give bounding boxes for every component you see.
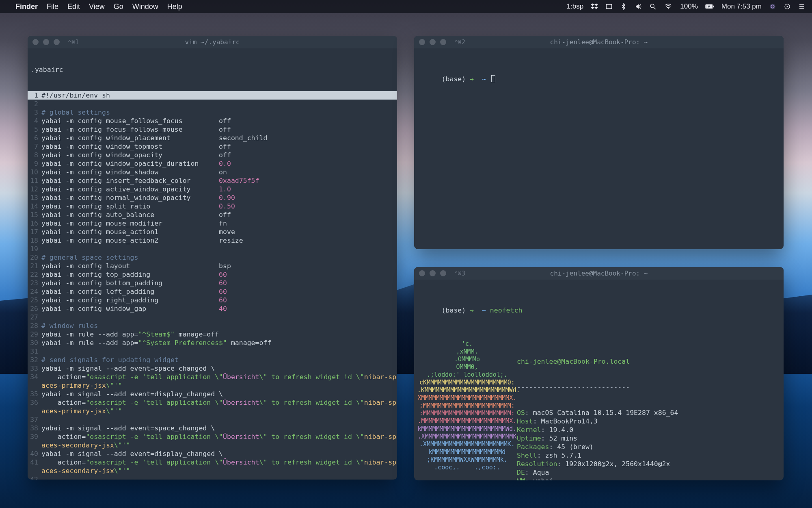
vim-line: 11yabai -m config insert_feedback_color … [28,176,397,185]
app-indicator-icon[interactable] [784,3,791,10]
vim-line: 41 action="osascript -e 'tell applicatio… [28,458,397,475]
vim-line: 12yabai -m config active_window_opacity … [28,185,397,193]
vim-line: 7yabai -m config window_topmost off [28,142,397,151]
command-text: neofetch [490,306,522,314]
zoom-button[interactable] [440,270,446,276]
vim-line: 28# window rules [28,321,397,330]
neofetch-logo: 'c.,xNMM..OMMMMoOMMM0,.;loddo:' loollodd… [417,340,517,480]
menu-edit[interactable]: Edit [67,2,80,11]
dropbox-icon[interactable] [591,3,598,10]
menubar-datetime[interactable]: Mon 7:53 pm [721,2,762,11]
menubar: Finder File Edit View Go Window Help 1:b… [0,0,812,13]
neofetch-row: DE: Aqua [517,468,780,477]
window-title: chi-jenlee@MacBook-Pro: ~ [550,269,648,277]
terminal-window-shell[interactable]: ⌃⌘2 chi-jenlee@MacBook-Pro: ~ (base) → ~ [414,36,784,249]
vim-line: 5yabai -m config focus_follows_mouse off [28,125,397,134]
vim-line: 35yabai -m signal --add event=display_ch… [28,390,397,398]
vim-line: 29yabai -m rule --add app="^Steam$" mana… [28,330,397,339]
vim-line: 30yabai -m rule --add app="^System Prefe… [28,339,397,347]
vim-line: 8yabai -m config window_opacity off [28,151,397,159]
wifi-icon[interactable] [664,3,673,10]
vim-line: 33yabai -m signal --add event=space_chan… [28,364,397,373]
vim-buffer-name: .yabairc [28,65,397,74]
titlebar[interactable]: ⌃⌘1 vim ~/.yabairc [28,36,397,48]
menubar-app-name[interactable]: Finder [15,2,38,11]
vim-line: 23yabai -m config bottom_padding 60 [28,279,397,287]
close-button[interactable] [419,270,425,276]
svg-line-2 [654,7,656,9]
close-button[interactable] [32,39,39,45]
vim-line: 15yabai -m config auto_balance off [28,211,397,219]
vim-line: 18yabai -m config mouse_action2 resize [28,236,397,245]
titlebar[interactable]: ⌃⌘2 chi-jenlee@MacBook-Pro: ~ [414,36,784,48]
neofetch-info: chi-jenlee@MacBook-Pro.local -----------… [517,340,780,480]
vim-line: 37 [28,415,397,424]
vim-line: 1#!/usr/bin/env sh [28,91,397,100]
svg-point-1 [650,4,654,8]
vim-line: 32# send signals for updating widget [28,356,397,364]
vim-line: 4yabai -m config mouse_follows_focus off [28,117,397,125]
window-title: vim ~/.yabairc [185,38,240,46]
svg-rect-0 [607,4,612,9]
terminal-window-vim[interactable]: ⌃⌘1 vim ~/.yabairc .yabairc 1#!/usr/bin/… [28,36,397,480]
vim-line: 42 [28,475,397,480]
bluetooth-icon[interactable] [620,3,627,10]
terminal-content[interactable]: (base) → ~ neofetch 'c.,xNMM..OMMMMoOMMM… [414,280,784,480]
vim-line: 9yabai -m config window_opacity_duration… [28,159,397,168]
vim-line: 26yabai -m config window_gap 40 [28,304,397,313]
menu-go[interactable]: Go [114,2,123,11]
menu-window[interactable]: Window [132,2,158,11]
notification-center-icon[interactable] [798,3,806,10]
window-shortcut: ⌃⌘3 [454,270,465,277]
minimize-button[interactable] [430,39,436,45]
menu-file[interactable]: File [47,2,58,11]
neofetch-hostline: chi-jenlee@MacBook-Pro.local [517,358,630,365]
svg-point-7 [770,4,775,9]
menu-view[interactable]: View [89,2,105,11]
svg-rect-6 [713,6,714,8]
menu-help[interactable]: Help [167,2,182,11]
shell-prompt: (base) → ~ neofetch [414,297,784,323]
shell-prompt: (base) → ~ [417,66,780,92]
status-bsp[interactable]: 1:bsp [567,2,584,11]
vim-line: 22yabai -m config top_padding 60 [28,270,397,279]
terminal-window-neofetch[interactable]: ⌃⌘3 chi-jenlee@MacBook-Pro: ~ (base) → ~… [414,267,784,480]
vim-line: 16yabai -m config mouse_modifier fn [28,219,397,228]
vim-line: 34 action="osascript -e 'tell applicatio… [28,373,397,390]
vim-line: 2 [28,100,397,108]
vim-line: 6yabai -m config window_placement second… [28,134,397,142]
terminal-content[interactable]: .yabairc 1#!/usr/bin/env sh 2 3# global … [28,48,397,480]
zoom-button[interactable] [440,39,446,45]
vim-line: 27 [28,313,397,321]
vim-line: 14yabai -m config split_ratio 0.50 [28,202,397,211]
neofetch-row: WM: yabai [517,477,780,480]
vim-line: 24yabai -m config left_padding 60 [28,287,397,296]
svg-point-3 [668,8,669,9]
battery-percent: 100% [680,2,698,11]
terminal-content[interactable]: (base) → ~ [414,48,784,110]
window-shortcut: ⌃⌘1 [68,39,79,46]
vim-line: 20# general space settings [28,253,397,262]
spotlight-icon[interactable] [649,3,657,10]
neofetch-row: OS: macOS Catalina 10.15.4 19E287 x86_64 [517,408,780,417]
minimize-button[interactable] [430,270,436,276]
close-button[interactable] [419,39,425,45]
vim-line: 19 [28,245,397,253]
zoom-button[interactable] [54,39,60,45]
battery-icon[interactable] [705,3,714,10]
svg-point-10 [787,6,788,7]
rectangle-icon[interactable] [605,3,613,10]
minimize-button[interactable] [43,39,49,45]
neofetch-row: Kernel: 19.4.0 [517,426,780,434]
vim-line: 40yabai -m signal --add event=display_ch… [28,449,397,458]
titlebar[interactable]: ⌃⌘3 chi-jenlee@MacBook-Pro: ~ [414,267,784,280]
volume-icon[interactable] [635,3,642,10]
neofetch-separator: ---------------------------- [517,383,780,391]
vim-line: 17yabai -m config mouse_action1 move [28,228,397,236]
neofetch-row: Resolution: 1920x1200@2x, 2560x1440@2x [517,460,780,468]
vim-line: 3# global settings [28,108,397,117]
neofetch-row: Uptime: 52 mins [517,434,780,443]
window-shortcut: ⌃⌘2 [454,39,465,46]
siri-icon[interactable] [769,3,776,10]
vim-line: 13yabai -m config normal_window_opacity … [28,193,397,202]
